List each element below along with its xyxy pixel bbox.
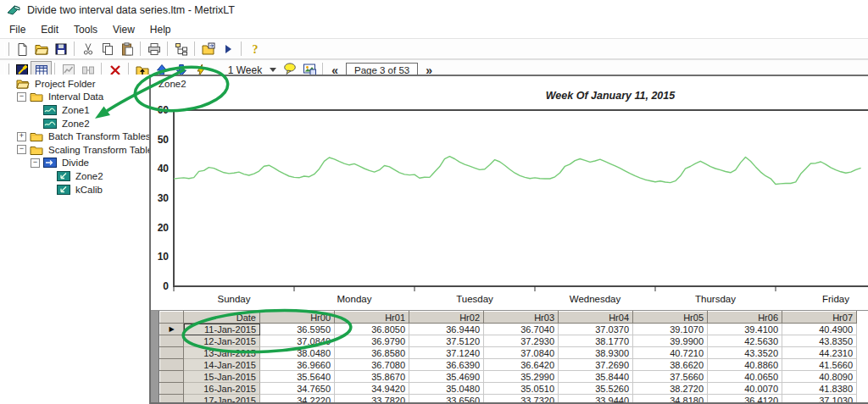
cell-value[interactable]: 36.4120 <box>708 395 782 404</box>
cell-value[interactable]: 40.4900 <box>782 324 857 335</box>
tree-item-project-folder[interactable]: Project Folder <box>0 77 149 91</box>
cell-value[interactable]: 40.7210 <box>633 347 708 359</box>
export-button[interactable] <box>198 41 218 58</box>
cell-value[interactable]: 35.0480 <box>409 383 484 395</box>
cell-value[interactable]: 39.1070 <box>633 324 708 335</box>
collapse-icon[interactable]: − <box>17 92 26 102</box>
collapse-icon[interactable]: − <box>17 145 26 154</box>
cell-value[interactable]: 33.9440 <box>559 395 633 404</box>
cell-date[interactable]: 17-Jan-2015 <box>184 395 260 404</box>
cell-value[interactable]: 40.0070 <box>708 383 782 395</box>
cell-value[interactable]: 34.9420 <box>335 383 409 395</box>
tree-item-zone1[interactable]: Zone1 <box>0 103 149 117</box>
cell-value[interactable]: 36.6420 <box>484 359 559 371</box>
column-header-hr00[interactable]: Hr00 <box>260 312 335 324</box>
cell-value[interactable]: 37.1030 <box>782 395 857 404</box>
row-selector[interactable] <box>160 347 184 359</box>
tree-item-kcalib[interactable]: kCalib <box>0 183 149 196</box>
cell-value[interactable]: 36.7080 <box>335 359 409 371</box>
menu-file[interactable]: File <box>2 22 33 37</box>
column-header-hr02[interactable]: Hr02 <box>409 312 484 324</box>
cell-value[interactable]: 38.2720 <box>633 383 708 395</box>
cell-value[interactable]: 39.4100 <box>708 324 782 335</box>
row-selector[interactable] <box>160 359 184 371</box>
cell-date[interactable]: 12-Jan-2015 <box>184 335 260 347</box>
cell-value[interactable]: 36.8050 <box>335 324 409 335</box>
cell-value[interactable]: 35.2990 <box>484 371 559 383</box>
cell-value[interactable]: 39.9900 <box>633 335 708 347</box>
print-button[interactable] <box>144 41 164 58</box>
run-button[interactable] <box>218 41 237 58</box>
row-selector[interactable] <box>160 395 184 404</box>
cell-value[interactable]: 37.0840 <box>484 347 559 359</box>
chart-canvas[interactable]: 0102030405060SundayMondayTuesdayWednesda… <box>151 76 868 310</box>
cell-value[interactable]: 40.8860 <box>708 359 782 371</box>
help-button[interactable]: ? <box>245 41 264 58</box>
cell-value[interactable]: 34.7650 <box>260 383 335 395</box>
row-selector[interactable] <box>160 335 184 347</box>
cell-value[interactable]: 42.5630 <box>708 335 782 347</box>
paste-button[interactable] <box>117 41 136 58</box>
new-button[interactable] <box>12 41 31 58</box>
cell-value[interactable]: 35.8440 <box>559 371 633 383</box>
cell-value[interactable]: 33.7820 <box>335 395 409 404</box>
menu-tools[interactable]: Tools <box>66 22 105 37</box>
cell-value[interactable]: 41.8380 <box>782 383 857 395</box>
cut-button[interactable] <box>78 41 97 58</box>
tree-item-zone2[interactable]: Zone2 <box>0 117 149 130</box>
expand-icon[interactable]: + <box>17 132 26 141</box>
tree-view-button[interactable] <box>171 41 191 58</box>
tree-item-batch-transform-tables[interactable]: +Batch Transform Tables <box>0 130 149 143</box>
tree-item-divide[interactable]: −Divide <box>0 157 149 170</box>
cell-value[interactable]: 37.0840 <box>260 335 335 347</box>
cell-value[interactable]: 33.7320 <box>484 395 559 404</box>
cell-value[interactable]: 36.5950 <box>260 324 335 335</box>
column-header-hr04[interactable]: Hr04 <box>559 312 633 324</box>
cell-value[interactable]: 35.4690 <box>409 371 484 383</box>
cell-value[interactable]: 37.0370 <box>559 324 633 335</box>
tree-item-interval-data[interactable]: −Interval Data <box>0 91 149 104</box>
copy-button[interactable] <box>97 41 117 58</box>
cell-value[interactable]: 36.7040 <box>484 324 559 335</box>
cell-value[interactable]: 44.2310 <box>782 347 857 359</box>
row-selector[interactable] <box>160 371 184 383</box>
cell-value[interactable]: 38.6620 <box>633 359 708 371</box>
menu-help[interactable]: Help <box>142 22 179 37</box>
cell-date[interactable]: 11-Jan-2015 <box>184 324 260 335</box>
cell-value[interactable]: 35.0510 <box>484 383 559 395</box>
cell-value[interactable]: 36.9790 <box>335 335 409 347</box>
menu-edit[interactable]: Edit <box>33 22 66 37</box>
cell-date[interactable]: 14-Jan-2015 <box>184 359 260 371</box>
cell-value[interactable]: 35.5260 <box>559 383 633 395</box>
cell-value[interactable]: 35.5640 <box>260 371 335 383</box>
cell-value[interactable]: 38.1770 <box>559 335 633 347</box>
menu-view[interactable]: View <box>105 22 142 37</box>
cell-value[interactable]: 37.1240 <box>409 347 484 359</box>
row-selector[interactable] <box>160 383 184 395</box>
cell-value[interactable]: 36.9660 <box>260 359 335 371</box>
cell-value[interactable]: 37.5120 <box>409 335 484 347</box>
cell-value[interactable]: 37.2690 <box>559 359 633 371</box>
save-button[interactable] <box>51 41 70 58</box>
cell-value[interactable]: 34.8180 <box>633 395 708 404</box>
column-header-hr07[interactable]: Hr07 <box>782 312 857 324</box>
active-row-marker[interactable]: ▶ <box>160 324 184 335</box>
tree-item-scaling-transform-tables[interactable]: −Scaling Transform Tables <box>0 143 149 157</box>
column-header-hr06[interactable]: Hr06 <box>708 312 782 324</box>
column-header-hr01[interactable]: Hr01 <box>335 312 409 324</box>
cell-value[interactable]: 43.8350 <box>782 335 857 347</box>
open-button[interactable] <box>31 41 51 58</box>
tree-item-zone2[interactable]: Zone2 <box>0 169 149 183</box>
cell-value[interactable]: 43.3520 <box>708 347 782 359</box>
cell-value[interactable]: 40.8090 <box>782 371 857 383</box>
cell-value[interactable]: 40.0650 <box>708 371 782 383</box>
cell-date[interactable]: 16-Jan-2015 <box>184 383 260 395</box>
column-header-hr03[interactable]: Hr03 <box>484 312 559 324</box>
collapse-icon[interactable]: − <box>31 158 40 168</box>
column-header-date[interactable]: Date <box>184 312 260 324</box>
cell-value[interactable]: 34.2220 <box>260 395 335 404</box>
cell-value[interactable]: 36.9440 <box>409 324 484 335</box>
cell-date[interactable]: 15-Jan-2015 <box>184 371 260 383</box>
cell-value[interactable]: 38.0480 <box>260 347 335 359</box>
cell-value[interactable]: 37.5660 <box>633 371 708 383</box>
